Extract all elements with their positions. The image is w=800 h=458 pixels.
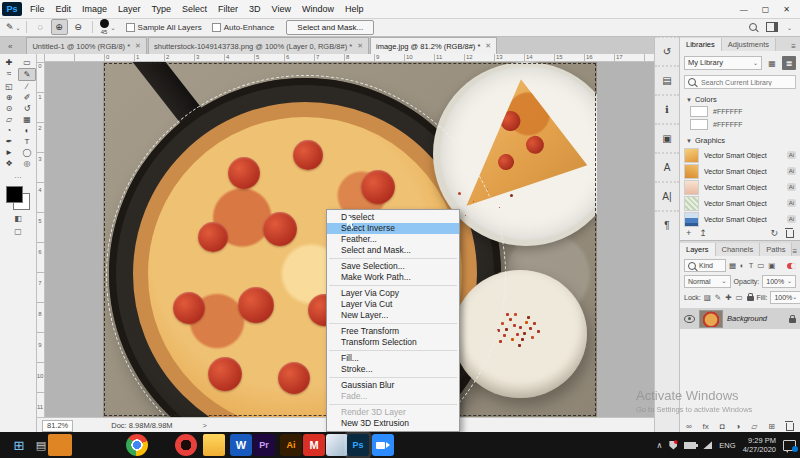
battery-icon[interactable]: [684, 442, 696, 449]
taskbar-app[interactable]: [126, 434, 148, 456]
lock-option-icon[interactable]: ✎: [715, 293, 721, 302]
layer-filter-icon[interactable]: ▦: [729, 261, 736, 270]
lock-option-icon[interactable]: [747, 296, 754, 301]
panel-tab[interactable]: Paths: [760, 243, 792, 256]
taskbar-app[interactable]: M: [303, 434, 325, 456]
tool-button[interactable]: ►: [0, 147, 18, 158]
tray-expand-icon[interactable]: ∧: [657, 441, 663, 450]
graphic-item[interactable]: Vector Smart Object Ai: [684, 179, 796, 195]
notification-center-icon[interactable]: [783, 440, 796, 451]
context-menu-item[interactable]: Layer Via Cut: [327, 299, 459, 310]
language-indicator[interactable]: ENG: [719, 441, 735, 450]
tool-button[interactable]: ∕: [18, 81, 36, 92]
panel-tab[interactable]: Adjustments: [722, 38, 776, 51]
context-menu-item[interactable]: New 3D Extrusion: [327, 418, 459, 429]
tool-button[interactable]: ↺: [18, 103, 36, 114]
network-icon[interactable]: [703, 441, 712, 449]
tool-preset-picker[interactable]: ✎ ⌄: [6, 22, 21, 32]
graphic-item[interactable]: Vector Smart Object Ai: [684, 147, 796, 163]
security-tray-icon[interactable]: [669, 441, 677, 450]
library-footer-icon[interactable]: +: [686, 228, 691, 238]
library-footer-icon[interactable]: ↻: [770, 228, 778, 238]
taskbar-app[interactable]: ⊞: [8, 434, 30, 456]
lock-option-icon[interactable]: ▭: [735, 293, 742, 302]
tool-button[interactable]: ⊙: [0, 103, 18, 114]
taskbar-app[interactable]: Pr: [253, 434, 275, 456]
layers-footer-icon[interactable]: fx: [703, 422, 709, 431]
foreground-color-swatch[interactable]: [6, 186, 23, 203]
auto-enhance-checkbox[interactable]: [212, 23, 221, 32]
taskbar-app[interactable]: Ps: [347, 434, 369, 456]
select-and-mask-button[interactable]: Select and Mask...: [286, 20, 374, 35]
clock[interactable]: 9:29 PM 4/27/2020: [743, 436, 776, 454]
layer-filter-icon[interactable]: ▣: [768, 261, 775, 270]
layer-filter-icon[interactable]: ▭: [757, 261, 764, 270]
workspace-icon[interactable]: [766, 22, 778, 32]
chevron-down-icon[interactable]: ⌄: [787, 24, 792, 31]
graphics-section-header[interactable]: ▼Graphics: [686, 136, 800, 145]
menu-item[interactable]: 3D: [249, 4, 261, 14]
filter-kind-dropdown[interactable]: Kind: [684, 259, 726, 272]
document-tab[interactable]: Untitled-1 @ 100% (RGB/8) * ✕: [26, 37, 147, 54]
lock-option-icon[interactable]: ✚: [725, 293, 731, 302]
menu-item[interactable]: Edit: [56, 4, 72, 14]
list-view-button[interactable]: ≣: [782, 56, 796, 70]
tool-button[interactable]: ◎: [18, 158, 36, 169]
panel-tab[interactable]: Layers: [680, 243, 716, 256]
tool-button[interactable]: ▭: [18, 57, 36, 68]
tool-button[interactable]: ✎: [18, 68, 36, 81]
lock-option-icon[interactable]: ▨: [704, 293, 711, 302]
context-menu-item[interactable]: Gaussian Blur: [327, 380, 459, 391]
context-menu-item[interactable]: Fill...: [327, 353, 459, 364]
graphic-item[interactable]: Vector Smart Object Ai: [684, 163, 796, 179]
panel-tab[interactable]: Libraries: [680, 38, 722, 51]
colors-section-header[interactable]: ▼Colors: [686, 95, 800, 104]
layers-footer-icon[interactable]: ⊞: [768, 422, 775, 431]
toolbar-collapse-icon[interactable]: «: [8, 42, 12, 51]
quick-mask-icon[interactable]: ◧: [0, 214, 36, 223]
dock-panel-icon[interactable]: ¶: [655, 210, 679, 239]
blend-mode-dropdown[interactable]: Normal ⌄: [684, 275, 731, 288]
tool-button[interactable]: ◐: [18, 125, 36, 136]
selection-mode-button[interactable]: ◌: [32, 19, 49, 35]
edit-toolbar-icon[interactable]: …: [0, 171, 36, 180]
document-tab[interactable]: shutterstock-1049143738.png @ 100% (Laye…: [148, 37, 369, 54]
context-menu-item[interactable]: Make Work Path...: [327, 272, 459, 283]
taskbar-app[interactable]: [48, 434, 72, 456]
tool-button[interactable]: ◯: [18, 147, 36, 158]
dock-panel-icon[interactable]: A: [655, 152, 679, 181]
menu-item[interactable]: Image: [82, 4, 107, 14]
tool-button[interactable]: ✐: [18, 92, 36, 103]
layers-footer-icon[interactable]: ▱: [751, 422, 757, 431]
menu-item[interactable]: Layer: [118, 4, 141, 14]
tool-button[interactable]: ✒: [0, 136, 18, 147]
tool-button[interactable]: ≈: [0, 68, 18, 79]
layers-footer-icon[interactable]: ∞: [686, 422, 692, 431]
grid-view-button[interactable]: ▦: [765, 56, 779, 70]
panel-menu-icon[interactable]: ≡: [792, 247, 797, 256]
layers-footer-icon[interactable]: ◑: [736, 422, 741, 431]
context-menu-item[interactable]: Save Selection...: [327, 261, 459, 272]
dock-panel-icon[interactable]: ℹ: [655, 94, 679, 123]
window-control-button[interactable]: ▢: [762, 5, 770, 14]
tool-button[interactable]: ▱: [0, 114, 18, 125]
context-menu-item[interactable]: Feather...: [327, 234, 459, 245]
screen-mode-icon[interactable]: ▢: [0, 227, 36, 236]
dock-panel-icon[interactable]: ↺: [655, 36, 679, 65]
menu-item[interactable]: Type: [152, 4, 172, 14]
context-menu-item[interactable]: Select Inverse: [327, 223, 459, 234]
fill-field[interactable]: 100% ⌄: [770, 291, 800, 304]
tool-button[interactable]: ⊕: [0, 92, 18, 103]
panel-tab[interactable]: Channels: [716, 243, 761, 256]
selection-mode-button[interactable]: ⊕: [51, 19, 68, 35]
library-footer-icon[interactable]: [786, 230, 794, 238]
library-dropdown[interactable]: My Library ⌄: [684, 56, 762, 70]
window-control-button[interactable]: ✕: [783, 5, 790, 14]
layers-footer-icon[interactable]: [786, 423, 794, 431]
tool-button[interactable]: ✚: [0, 57, 18, 68]
panel-menu-icon[interactable]: ≡: [791, 42, 796, 51]
context-menu-item[interactable]: Layer Via Copy: [327, 288, 459, 299]
tool-button[interactable]: ❖: [0, 158, 18, 169]
context-menu-item[interactable]: Fade...: [327, 391, 459, 402]
tool-button[interactable]: T: [18, 136, 36, 147]
